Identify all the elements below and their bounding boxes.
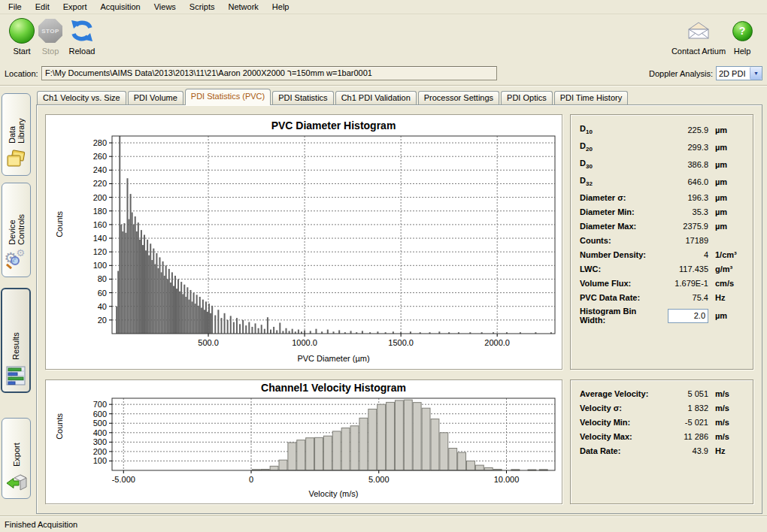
stat-unit: Hz bbox=[715, 293, 747, 302]
stat-unit: g/m³ bbox=[715, 264, 747, 274]
pvc-stat-row-diameter: Diameter σ:196.3µm bbox=[571, 190, 753, 204]
stop-icon: STOP bbox=[38, 19, 62, 43]
menu-item-scripts[interactable]: Scripts bbox=[183, 1, 222, 13]
tab-pdi-optics[interactable]: PDI Optics bbox=[501, 91, 553, 104]
stat-label: Diameter σ: bbox=[580, 193, 650, 202]
sidebar-item-label: Data Library bbox=[8, 100, 26, 144]
tab-pdi-statistics-pvc[interactable]: PDI Statistics (PVC) bbox=[185, 89, 271, 105]
menu-item-edit[interactable]: Edit bbox=[29, 1, 56, 13]
svg-text:260: 260 bbox=[93, 152, 107, 161]
menu-item-acquisition[interactable]: Acquisition bbox=[94, 1, 147, 13]
menu-bar: FileEditExportAcquisitionViewsScriptsNet… bbox=[0, 0, 767, 14]
start-button[interactable]: Start bbox=[5, 16, 39, 56]
menu-item-export[interactable]: Export bbox=[56, 1, 94, 13]
svg-text:-5.000: -5.000 bbox=[112, 475, 135, 484]
doppler-analysis-label: Doppler Analysis: bbox=[602, 69, 713, 78]
stat-value: 4 bbox=[650, 250, 708, 259]
stat-value: 1 832 bbox=[650, 404, 708, 413]
tab-pdi-volume[interactable]: PDI Volume bbox=[128, 91, 183, 104]
svg-text:80: 80 bbox=[98, 274, 107, 283]
pvc-stat-row-d10: D10225.9µm bbox=[571, 121, 753, 138]
pvc-stat-row-d32: D32646.0µm bbox=[571, 173, 753, 190]
svg-text:160: 160 bbox=[93, 220, 107, 229]
stop-button[interactable]: STOP Stop bbox=[36, 16, 65, 56]
pvc-chart-ylabel: Counts bbox=[55, 211, 64, 237]
velocity-stat-row-velocity-max: Velocity Max:11 286m/s bbox=[571, 429, 753, 443]
stat-unit: cm/s bbox=[715, 279, 747, 288]
results-chart-icon bbox=[3, 364, 29, 387]
gears-icon: ⚙⚙ bbox=[4, 249, 29, 272]
stat-value: 646.0 bbox=[650, 177, 708, 186]
stat-value: 5 051 bbox=[650, 389, 708, 398]
tab-ch1-pdi-validation[interactable]: Ch1 PDI Validation bbox=[335, 91, 417, 104]
stat-label: Diameter Min: bbox=[580, 207, 650, 216]
sidebar-item-results[interactable]: Results bbox=[1, 288, 31, 393]
pvc-chart-xlabel: PVC Diameter (µm) bbox=[112, 354, 555, 363]
pvc-stat-row-lwc: LWC:117.435g/m³ bbox=[571, 261, 753, 276]
stat-unit: m/s bbox=[715, 404, 747, 413]
pvc-statistics-panel: D10225.9µmD20299.3µmD30386.8µmD32646.0µm… bbox=[570, 114, 753, 370]
pvc-chart-title: PVC Diameter Histogram bbox=[112, 119, 555, 131]
location-input[interactable]: F:\My Documents\AIMS Data\2013\2013\11\2… bbox=[41, 66, 497, 80]
tab-pdi-statistics[interactable]: PDI Statistics bbox=[272, 91, 333, 104]
svg-text:40: 40 bbox=[98, 302, 107, 311]
stat-label: Histogram Bin Width: bbox=[580, 307, 650, 325]
stat-unit: Hz bbox=[715, 446, 747, 455]
svg-text:100: 100 bbox=[93, 456, 107, 465]
tab-processor-settings[interactable]: Processor Settings bbox=[418, 91, 499, 104]
stat-value: 35.3 bbox=[650, 207, 708, 216]
svg-text:700: 700 bbox=[93, 400, 107, 409]
svg-text:10.000: 10.000 bbox=[494, 475, 520, 484]
velocity-chart-xlabel: Velocity (m/s) bbox=[112, 489, 555, 498]
svg-text:240: 240 bbox=[93, 165, 107, 174]
stop-label: Stop bbox=[36, 47, 65, 56]
stat-unit: m/s bbox=[715, 418, 747, 427]
stat-unit: µm bbox=[715, 207, 747, 216]
contact-artium-button[interactable]: Contact Artium bbox=[669, 16, 728, 56]
menu-item-file[interactable]: File bbox=[2, 1, 29, 13]
stat-value: 1.679E-1 bbox=[650, 279, 708, 288]
stat-label: Velocity σ: bbox=[580, 404, 650, 413]
menu-item-help[interactable]: Help bbox=[265, 1, 296, 13]
stat-value: 225.9 bbox=[650, 125, 708, 135]
export-arrow-icon bbox=[4, 471, 29, 494]
sidebar-item-data-library[interactable]: Data Library bbox=[2, 93, 31, 176]
svg-text:60: 60 bbox=[98, 289, 107, 298]
tab-strip: Ch1 Velocity vs. SizePDI VolumePDI Stati… bbox=[37, 89, 629, 105]
stat-value: -5 021 bbox=[650, 418, 708, 427]
velocity-stat-row-velocity-min: Velocity Min:-5 021m/s bbox=[571, 415, 753, 429]
sidebar-item-export[interactable]: Export bbox=[2, 418, 31, 499]
svg-text:120: 120 bbox=[93, 247, 107, 256]
doppler-analysis-select[interactable]: 2D PDI ▼ bbox=[716, 66, 762, 80]
menu-item-network[interactable]: Network bbox=[221, 1, 265, 13]
sidebar-item-label: Results bbox=[11, 295, 20, 360]
svg-text:5.000: 5.000 bbox=[368, 475, 390, 484]
status-text: Finished Acquisition bbox=[5, 520, 77, 529]
velocity-chart-panel: Channel1 Velocity Histogram Counts 10020… bbox=[45, 379, 562, 504]
chevron-down-icon[interactable]: ▼ bbox=[750, 67, 762, 80]
reload-button[interactable]: Reload bbox=[65, 16, 99, 56]
help-button[interactable]: ? Help bbox=[728, 16, 756, 56]
stat-label: Number Density: bbox=[580, 250, 650, 259]
help-icon: ? bbox=[732, 21, 753, 41]
stat-value: 2375.9 bbox=[650, 222, 708, 231]
envelope-icon bbox=[669, 16, 728, 46]
svg-text:200: 200 bbox=[93, 193, 107, 202]
stat-unit: µm bbox=[715, 160, 747, 169]
stat-value: 386.8 bbox=[650, 160, 708, 169]
menu-item-views[interactable]: Views bbox=[147, 1, 183, 13]
tab-ch1-velocity-vs-size[interactable]: Ch1 Velocity vs. Size bbox=[37, 91, 126, 104]
svg-text:280: 280 bbox=[93, 138, 107, 147]
stat-label: Data Rate: bbox=[580, 446, 650, 455]
svg-text:180: 180 bbox=[93, 207, 107, 216]
svg-text:220: 220 bbox=[93, 179, 107, 188]
tab-pdi-time-history[interactable]: PDI Time History bbox=[554, 91, 629, 104]
stat-label: D20 bbox=[580, 141, 650, 153]
pvc-stat-row-diameter-min: Diameter Min:35.3µm bbox=[571, 204, 753, 219]
sidebar-item-device-controls[interactable]: Device Controls⚙⚙ bbox=[2, 183, 31, 277]
stat-unit: 1/cm³ bbox=[715, 250, 747, 259]
velocity-statistics-panel: Average Velocity:5 051m/sVelocity σ:1 83… bbox=[570, 379, 753, 504]
histogram-bin-width-input[interactable] bbox=[668, 309, 708, 323]
svg-text:20: 20 bbox=[98, 316, 107, 325]
stat-value[interactable] bbox=[650, 309, 708, 323]
